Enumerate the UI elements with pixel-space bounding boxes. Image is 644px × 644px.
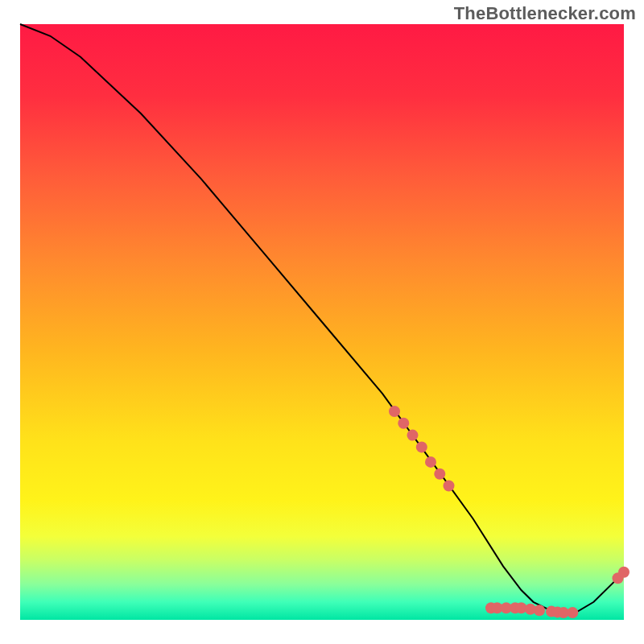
watermark-text: TheBottlenecker.com bbox=[454, 3, 636, 24]
data-marker bbox=[416, 441, 427, 452]
data-marker bbox=[398, 418, 409, 429]
data-marker bbox=[567, 607, 578, 618]
data-marker bbox=[444, 481, 455, 492]
data-marker bbox=[618, 567, 630, 578]
data-marker bbox=[425, 456, 436, 468]
data-marker bbox=[434, 469, 445, 480]
data-marker bbox=[389, 406, 400, 417]
chart-stage: TheBottlenecker.com bbox=[0, 0, 644, 644]
data-marker bbox=[534, 605, 545, 616]
data-marker bbox=[407, 430, 419, 441]
chart-svg bbox=[0, 0, 644, 644]
